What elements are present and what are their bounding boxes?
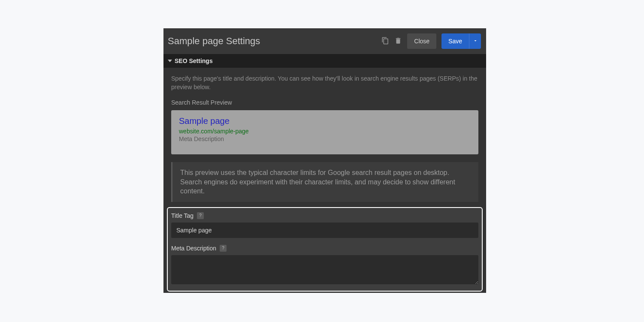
modal-header: Sample page Settings Close Save xyxy=(163,28,486,54)
serp-url: website.com/sample-page xyxy=(179,128,471,135)
title-tag-label-row: Title Tag ? xyxy=(171,212,478,219)
caret-down-icon xyxy=(168,57,172,64)
close-button[interactable]: Close xyxy=(407,33,436,49)
meta-description-label-row: Meta Description ? xyxy=(171,245,478,252)
section-title: SEO Settings xyxy=(175,57,213,64)
section-body: Specify this page's title and descriptio… xyxy=(163,68,486,293)
save-button-group: Save xyxy=(441,33,481,49)
copy-icon xyxy=(381,37,389,46)
section-description: Specify this page's title and descriptio… xyxy=(171,75,478,91)
title-tag-label: Title Tag xyxy=(171,212,194,219)
serp-title: Sample page xyxy=(179,116,471,126)
save-dropdown-button[interactable] xyxy=(469,33,481,49)
meta-description-label: Meta Description xyxy=(171,245,216,252)
serp-preview: Sample page website.com/sample-page Meta… xyxy=(171,110,478,154)
help-icon[interactable]: ? xyxy=(220,245,227,252)
info-callout: This preview uses the typical character … xyxy=(171,162,478,202)
save-button[interactable]: Save xyxy=(441,33,469,49)
header-actions: Close Save xyxy=(381,33,481,49)
settings-modal: Sample page Settings Close Save xyxy=(163,28,486,293)
preview-label: Search Result Preview xyxy=(171,99,478,106)
help-icon[interactable]: ? xyxy=(197,212,204,219)
meta-description-input[interactable] xyxy=(171,255,478,284)
delete-button[interactable] xyxy=(394,37,402,46)
chevron-down-icon xyxy=(473,38,478,45)
serp-meta: Meta Description xyxy=(179,135,471,142)
duplicate-button[interactable] xyxy=(381,37,389,46)
title-tag-input[interactable] xyxy=(171,223,478,238)
highlighted-fields: Title Tag ? Meta Description ? xyxy=(167,207,483,292)
trash-icon xyxy=(394,37,402,46)
section-header-seo[interactable]: SEO Settings xyxy=(163,54,486,68)
modal-title: Sample page Settings xyxy=(168,36,260,47)
